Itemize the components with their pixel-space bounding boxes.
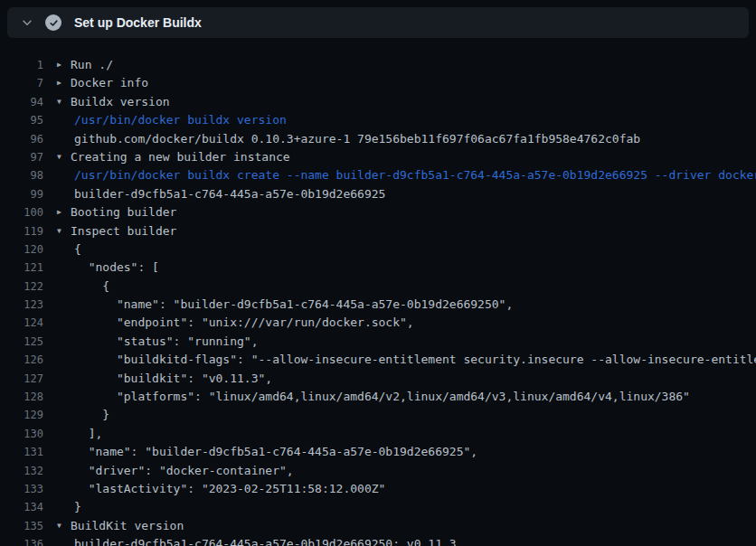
group-title[interactable]: Buildx version: [71, 93, 170, 111]
group-title[interactable]: Booting builder: [71, 203, 176, 221]
line-number[interactable]: 96: [0, 130, 43, 148]
log-group-row[interactable]: 119▼Inspect builder: [0, 222, 756, 240]
output-text: "buildkit": "v0.11.3",: [71, 370, 272, 388]
arrow-spacer: [43, 166, 71, 184]
output-text: }: [71, 498, 81, 516]
line-number[interactable]: 133: [0, 480, 43, 498]
line-number[interactable]: 135: [0, 517, 43, 535]
command-text: /usr/bin/docker buildx version: [71, 111, 287, 129]
output-text: "name": "builder-d9cfb5a1-c764-445a-a57e…: [71, 443, 477, 461]
line-number[interactable]: 95: [0, 111, 43, 129]
log-line: 128 "platforms": "linux/amd64,linux/amd6…: [0, 388, 756, 406]
output-text: {: [71, 240, 81, 259]
arrow-spacer: [43, 333, 71, 351]
line-number[interactable]: 121: [0, 259, 43, 277]
arrow-spacer: [43, 296, 71, 314]
output-text: "endpoint": "unix:///var/run/docker.sock…: [71, 314, 414, 332]
output-text: "name": "builder-d9cfb5a1-c764-445a-a57e…: [71, 296, 513, 314]
log-group-row[interactable]: 135▼BuildKit version: [0, 517, 756, 535]
arrow-spacer: [43, 351, 71, 369]
log-group-row[interactable]: 94▼Buildx version: [0, 93, 756, 111]
group-collapsed-icon[interactable]: ▶: [43, 203, 71, 221]
line-number[interactable]: 123: [0, 296, 43, 314]
output-text: ],: [71, 425, 102, 443]
arrow-spacer: [43, 130, 71, 148]
line-number[interactable]: 134: [0, 498, 43, 516]
log-line: 96github.com/docker/buildx 0.10.3+azure-…: [0, 130, 756, 148]
line-number[interactable]: 100: [0, 203, 43, 221]
line-number[interactable]: 98: [0, 166, 43, 184]
step-header[interactable]: Set up Docker Buildx: [7, 7, 749, 38]
log-line: 98/usr/bin/docker buildx create --name b…: [0, 166, 756, 184]
group-title[interactable]: Inspect builder: [71, 222, 176, 240]
line-number[interactable]: 128: [0, 388, 43, 406]
log-line: 129 }: [0, 406, 756, 424]
line-number[interactable]: 124: [0, 314, 43, 332]
group-collapsed-icon[interactable]: ▶: [43, 56, 71, 74]
line-number[interactable]: 131: [0, 443, 43, 461]
arrow-spacer: [43, 278, 71, 296]
group-collapsed-icon[interactable]: ▶: [43, 74, 71, 92]
group-expanded-icon[interactable]: ▼: [43, 517, 71, 535]
output-text: "buildkitd-flags": "--allow-insecure-ent…: [71, 351, 756, 369]
log-line: 124 "endpoint": "unix:///var/run/docker.…: [0, 314, 756, 332]
arrow-spacer: [43, 259, 71, 277]
line-number[interactable]: 136: [0, 535, 43, 546]
output-text: "nodes": [: [71, 259, 159, 277]
log-line: 99builder-d9cfb5a1-c764-445a-a57e-0b19d2…: [0, 185, 756, 203]
arrow-spacer: [43, 370, 71, 388]
line-number[interactable]: 99: [0, 185, 43, 203]
arrow-spacer: [43, 443, 71, 461]
log-line: 120{: [0, 240, 756, 259]
arrow-spacer: [43, 498, 71, 516]
line-number[interactable]: 97: [0, 148, 43, 166]
chevron-down-icon[interactable]: [16, 12, 38, 33]
arrow-spacer: [43, 314, 71, 332]
line-number[interactable]: 130: [0, 425, 43, 443]
log-group-row[interactable]: 7▶Docker info: [0, 74, 756, 92]
log-line: 125 "status": "running",: [0, 333, 756, 351]
group-expanded-icon[interactable]: ▼: [43, 222, 71, 240]
output-text: "lastActivity": "2023-02-25T11:58:12.000…: [71, 480, 385, 498]
output-text: "driver": "docker-container",: [71, 462, 294, 480]
log-line: 123 "name": "builder-d9cfb5a1-c764-445a-…: [0, 296, 756, 314]
group-title[interactable]: Run ./: [71, 56, 113, 74]
group-expanded-icon[interactable]: ▼: [43, 93, 71, 111]
arrow-spacer: [43, 406, 71, 424]
group-title[interactable]: BuildKit version: [71, 517, 184, 535]
line-number[interactable]: 94: [0, 93, 43, 111]
log-group-row[interactable]: 100▶Booting builder: [0, 203, 756, 221]
log-group-row[interactable]: 1▶Run ./: [0, 56, 756, 74]
group-title[interactable]: Creating a new builder instance: [71, 148, 290, 166]
line-number[interactable]: 120: [0, 240, 43, 259]
line-number[interactable]: 125: [0, 333, 43, 351]
log-line: 126 "buildkitd-flags": "--allow-insecure…: [0, 351, 756, 369]
output-text: builder-d9cfb5a1-c764-445a-a57e-0b19d2e6…: [71, 535, 457, 546]
step-title: Set up Docker Buildx: [74, 15, 202, 30]
log-line: 127 "buildkit": "v0.11.3",: [0, 370, 756, 388]
log-line: 122 {: [0, 278, 756, 296]
output-text: {: [71, 278, 109, 296]
log-line: 136builder-d9cfb5a1-c764-445a-a57e-0b19d…: [0, 535, 756, 546]
line-number[interactable]: 122: [0, 278, 43, 296]
command-text: /usr/bin/docker buildx create --name bui…: [71, 166, 756, 184]
output-text: "platforms": "linux/amd64,linux/amd64/v2…: [71, 388, 690, 406]
output-text: "status": "running",: [71, 333, 259, 351]
arrow-spacer: [43, 111, 71, 129]
line-number[interactable]: 119: [0, 222, 43, 240]
log-group-row[interactable]: 97▼Creating a new builder instance: [0, 148, 756, 166]
output-text: builder-d9cfb5a1-c764-445a-a57e-0b19d2e6…: [71, 185, 385, 203]
arrow-spacer: [43, 535, 71, 546]
arrow-spacer: [43, 388, 71, 406]
line-number[interactable]: 126: [0, 351, 43, 369]
line-number[interactable]: 132: [0, 462, 43, 480]
arrow-spacer: [43, 462, 71, 480]
log-viewer: 1▶Run ./7▶Docker info94▼Buildx version95…: [0, 38, 756, 546]
line-number[interactable]: 1: [0, 56, 43, 74]
line-number[interactable]: 129: [0, 406, 43, 424]
log-line: 133 "lastActivity": "2023-02-25T11:58:12…: [0, 480, 756, 498]
line-number[interactable]: 127: [0, 370, 43, 388]
line-number[interactable]: 7: [0, 74, 43, 92]
group-title[interactable]: Docker info: [71, 74, 148, 92]
group-expanded-icon[interactable]: ▼: [43, 148, 71, 166]
